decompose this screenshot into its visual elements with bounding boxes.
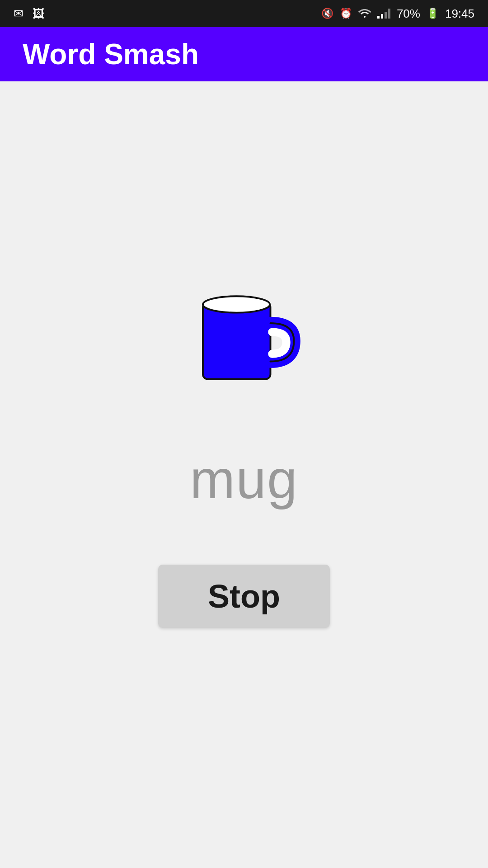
illustration-area <box>185 276 303 394</box>
mute-icon: 🔇 <box>321 8 333 19</box>
mug-illustration <box>185 276 303 394</box>
email-icon: ✉ <box>14 7 23 21</box>
battery-icon: 🔋 <box>427 8 439 19</box>
status-bar-left: ✉ 🖼 <box>14 7 44 21</box>
app-title: Word Smash <box>23 38 199 71</box>
stop-button[interactable]: Stop <box>158 565 330 628</box>
wifi-icon <box>358 7 371 21</box>
app-bar: Word Smash <box>0 27 488 81</box>
main-content: mug Stop <box>0 81 488 868</box>
status-bar-right: 🔇 ⏰ 70% 🔋 19:45 <box>321 7 474 21</box>
svg-rect-0 <box>203 303 271 379</box>
time-display: 19:45 <box>445 7 474 21</box>
battery-percentage: 70% <box>397 7 420 21</box>
svg-point-1 <box>203 296 270 312</box>
word-display: mug <box>190 448 298 510</box>
image-icon: 🖼 <box>33 7 44 21</box>
alarm-icon: ⏰ <box>340 8 352 19</box>
signal-bars <box>377 9 390 19</box>
status-bar: ✉ 🖼 🔇 ⏰ 70% 🔋 19:45 <box>0 0 488 27</box>
